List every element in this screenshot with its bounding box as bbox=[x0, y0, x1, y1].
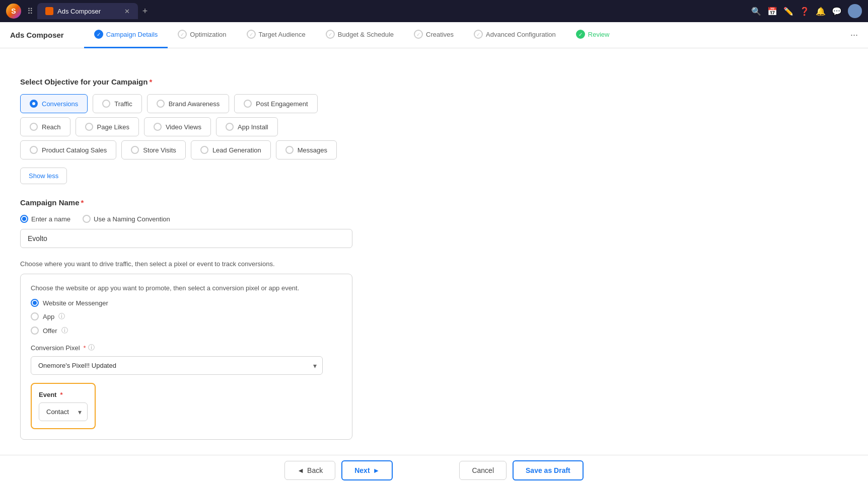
tab-label-review: Review bbox=[588, 31, 610, 38]
objective-traffic[interactable]: Traffic bbox=[93, 94, 141, 113]
objective-icon-reach bbox=[30, 123, 38, 131]
objective-page-likes[interactable]: Page Likes bbox=[76, 117, 139, 136]
tab-label-budget-schedule: Budget & Schedule bbox=[338, 31, 394, 38]
required-asterisk: * bbox=[149, 77, 152, 86]
radio-app[interactable]: App ⓘ bbox=[31, 312, 342, 321]
traffic-options: Website or Messenger App ⓘ Offer ⓘ bbox=[31, 299, 342, 335]
radio-offer[interactable]: Offer ⓘ bbox=[31, 326, 342, 335]
objective-label-messages: Messages bbox=[298, 146, 327, 154]
objective-label-page-likes: Page Likes bbox=[97, 123, 129, 131]
objective-icon-conversions bbox=[30, 100, 38, 108]
tab-campaign-details[interactable]: ✓ Campaign Details bbox=[84, 22, 168, 48]
conversion-pixel-select[interactable]: Onemore's Pixel!! Updated bbox=[31, 356, 323, 375]
avatar[interactable] bbox=[848, 4, 862, 18]
main-content: Select Objective for your Campaign* Conv… bbox=[0, 48, 868, 485]
event-select[interactable]: Contact bbox=[39, 402, 88, 421]
search-icon[interactable]: 🔍 bbox=[751, 7, 761, 16]
objective-store-visits[interactable]: Store Visits bbox=[121, 140, 186, 159]
traffic-box-description: Choose the website or app you want to pr… bbox=[31, 284, 342, 292]
tab-target-audience[interactable]: ✓ Target Audience bbox=[237, 22, 316, 48]
objective-lead-generation[interactable]: Lead Generation bbox=[191, 140, 271, 159]
tab-label-campaign-details: Campaign Details bbox=[106, 31, 158, 38]
tab-optimization[interactable]: ✓ Optimization bbox=[168, 22, 236, 48]
offer-info-icon[interactable]: ⓘ bbox=[61, 326, 68, 335]
browser-tab-ads-composer[interactable]: Ads Composer ✕ bbox=[37, 3, 138, 19]
conversion-pixel-value: Onemore's Pixel!! Updated bbox=[38, 362, 116, 369]
browser-actions: 🔍 📅 ✏️ ❓ 🔔 💬 bbox=[751, 4, 862, 18]
back-label: Back bbox=[307, 466, 323, 474]
tab-advanced-configuration[interactable]: ✓ Advanced Configuration bbox=[464, 22, 566, 48]
help-icon[interactable]: ❓ bbox=[800, 7, 810, 16]
tab-label-advanced-configuration: Advanced Configuration bbox=[486, 31, 556, 38]
event-value: Contact bbox=[46, 408, 69, 416]
objective-post-engagement[interactable]: Post Engagement bbox=[234, 94, 317, 113]
next-button[interactable]: Next ► bbox=[341, 460, 393, 480]
traffic-section: Choose where you want to drive traffic, … bbox=[20, 260, 848, 440]
objective-label-store-visits: Store Visits bbox=[143, 146, 176, 154]
objective-row-2: Reach Page Likes Video Views App Install bbox=[20, 117, 848, 136]
naming-radio-group: Enter a name Use a Naming Convention bbox=[20, 215, 848, 223]
objective-icon-messages bbox=[285, 146, 294, 154]
grid-icon[interactable]: ⠿ bbox=[27, 7, 33, 16]
calendar-icon[interactable]: 📅 bbox=[767, 7, 777, 16]
radio-label-naming-convention: Use a Naming Convention bbox=[94, 215, 170, 223]
tab-close-icon[interactable]: ✕ bbox=[124, 8, 130, 15]
edit-icon[interactable]: ✏️ bbox=[783, 7, 793, 16]
tab-check-target-audience: ✓ bbox=[247, 30, 256, 39]
objective-label-video-views: Video Views bbox=[166, 123, 201, 131]
tab-review[interactable]: ✓ Review bbox=[566, 22, 620, 48]
app-header: Ads Composer ✓ Campaign Details ✓ Optimi… bbox=[0, 22, 868, 48]
objective-label-app-install: App Install bbox=[238, 123, 268, 131]
show-less-button[interactable]: Show less bbox=[20, 168, 67, 184]
event-section: Event * Contact ▾ bbox=[31, 383, 342, 429]
objective-section-label: Select Objective for your Campaign* bbox=[20, 77, 848, 86]
objective-icon-store-visits bbox=[131, 146, 139, 154]
tab-check-optimization: ✓ bbox=[178, 30, 187, 39]
radio-label-offer: Offer bbox=[43, 327, 57, 335]
tab-budget-schedule[interactable]: ✓ Budget & Schedule bbox=[316, 22, 404, 48]
new-tab-button[interactable]: + bbox=[138, 4, 152, 18]
objective-conversions[interactable]: Conversions bbox=[20, 94, 88, 113]
tab-check-review: ✓ bbox=[576, 30, 585, 39]
conversion-pixel-section: Conversion Pixel * ⓘ Onemore's Pixel!! U… bbox=[31, 343, 342, 375]
chat-icon[interactable]: 💬 bbox=[832, 7, 842, 16]
radio-enter-name[interactable]: Enter a name bbox=[20, 215, 70, 223]
bottom-bar: ◄ Back Next ► Cancel Save as Draft bbox=[0, 455, 868, 485]
objective-icon-app-install bbox=[226, 123, 234, 131]
radio-website-messenger[interactable]: Website or Messenger bbox=[31, 299, 342, 307]
cancel-button[interactable]: Cancel bbox=[459, 461, 507, 480]
radio-circle-enter-name bbox=[20, 215, 28, 223]
pixel-info-icon[interactable]: ⓘ bbox=[88, 343, 95, 352]
tab-check-advanced-configuration: ✓ bbox=[474, 30, 483, 39]
objective-product-catalog-sales[interactable]: Product Catalog Sales bbox=[20, 140, 116, 159]
objective-icon-video-views bbox=[154, 123, 162, 131]
browser-tab-label: Ads Composer bbox=[57, 8, 101, 15]
save-as-draft-button[interactable]: Save as Draft bbox=[513, 460, 584, 480]
back-button[interactable]: ◄ Back bbox=[284, 461, 335, 480]
campaign-name-input[interactable] bbox=[20, 229, 352, 248]
radio-naming-convention[interactable]: Use a Naming Convention bbox=[83, 215, 170, 223]
nav-more-icon[interactable]: ··· bbox=[850, 30, 858, 40]
conversion-pixel-label: Conversion Pixel * ⓘ bbox=[31, 343, 342, 352]
objective-messages[interactable]: Messages bbox=[276, 140, 337, 159]
objective-label-reach: Reach bbox=[42, 123, 61, 131]
objective-video-views[interactable]: Video Views bbox=[144, 117, 211, 136]
tab-check-creatives: ✓ bbox=[414, 30, 423, 39]
radio-circle-offer bbox=[31, 327, 39, 335]
tab-creatives[interactable]: ✓ Creatives bbox=[404, 22, 464, 48]
objective-icon-traffic bbox=[102, 100, 110, 108]
objective-brand-awareness[interactable]: Brand Awareness bbox=[147, 94, 230, 113]
back-arrow-icon: ◄ bbox=[297, 466, 304, 474]
campaign-name-label: Campaign Name* bbox=[20, 198, 848, 207]
app-info-icon[interactable]: ⓘ bbox=[58, 312, 65, 321]
objective-reach[interactable]: Reach bbox=[20, 117, 70, 136]
objective-icon-post-engagement bbox=[244, 100, 252, 108]
next-arrow-icon: ► bbox=[373, 466, 380, 474]
objective-icon-lead-generation bbox=[200, 146, 208, 154]
objective-app-install[interactable]: App Install bbox=[216, 117, 278, 136]
event-select-wrapper: Contact ▾ bbox=[39, 402, 88, 421]
objective-row-3: Product Catalog Sales Store Visits Lead … bbox=[20, 140, 848, 159]
notifications-icon[interactable]: 🔔 bbox=[816, 7, 826, 16]
tab-label-target-audience: Target Audience bbox=[259, 31, 306, 38]
objective-label-traffic: Traffic bbox=[114, 100, 132, 108]
